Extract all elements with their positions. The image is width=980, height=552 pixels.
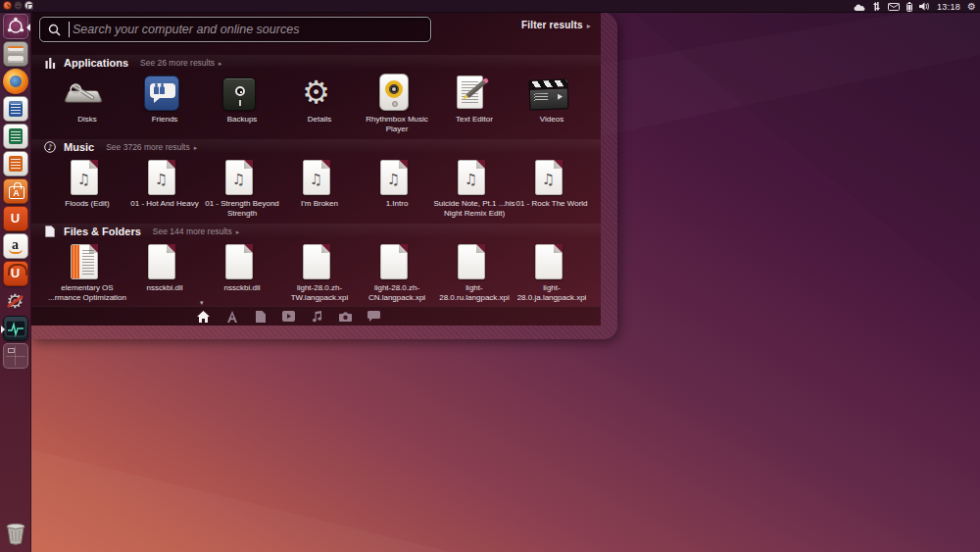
- result-item-music[interactable]: ♫ 1.Intro: [355, 154, 432, 218]
- result-item-friends[interactable]: Friends: [122, 70, 200, 133]
- document-file-icon: [71, 244, 98, 279]
- result-label: 01 - Rock The World: [510, 199, 594, 209]
- music-file-icon: ♫: [458, 160, 485, 195]
- see-more-link[interactable]: See 26 more results▸: [140, 58, 222, 68]
- music-section-header: ♪ Music See 3726 more results▸: [31, 139, 601, 154]
- firefox-launcher-icon[interactable]: [3, 69, 28, 94]
- impress-slide-icon: [9, 156, 23, 172]
- amazon-smile-icon: [9, 249, 23, 254]
- close-button[interactable]: [3, 1, 12, 10]
- files-section-header: Files & Folders See 144 more results▸: [31, 224, 601, 238]
- ubuntu-one-music-launcher-icon[interactable]: U: [3, 261, 28, 286]
- result-item-music[interactable]: ♫ 01 - Strength Beyond Strength: [200, 154, 277, 218]
- result-label: light-28.0.ja.langpack.xpi: [510, 283, 594, 302]
- see-more-label: See 3726 more results: [106, 142, 190, 152]
- ubuntu-logo-icon: [4, 15, 27, 38]
- chevron-right-icon: ▸: [236, 228, 240, 236]
- drawer-icon: [8, 46, 24, 53]
- see-more-label: See 26 more results: [140, 58, 215, 68]
- videos-lens-button[interactable]: [274, 307, 303, 326]
- result-label: 1.Intro: [355, 199, 439, 209]
- music-grid: ♫ Floods (Edit) ♫ 01 - Hot And Heavy ♫ 0…: [31, 154, 601, 218]
- result-item-disks[interactable]: Disks: [45, 70, 122, 133]
- applications-lens-icon: [43, 58, 57, 69]
- libreoffice-writer-launcher-icon[interactable]: [3, 96, 28, 122]
- see-more-link[interactable]: See 144 more results▸: [153, 226, 239, 236]
- result-label: Floods (Edit): [45, 199, 129, 209]
- applications-lens-button[interactable]: [218, 307, 246, 326]
- trash-bin-icon: [3, 521, 28, 546]
- music-file-icon: ♫: [148, 160, 175, 195]
- social-lens-button[interactable]: [360, 307, 388, 326]
- result-item-file[interactable]: light-28.0.zh-CN.langpack.xpi: [355, 238, 432, 302]
- search-icon: [48, 24, 61, 36]
- result-item-music[interactable]: ♫ 01 - Hot And Heavy: [122, 154, 200, 218]
- result-item-backups[interactable]: Backups: [200, 70, 277, 133]
- maximize-button[interactable]: [24, 1, 33, 10]
- result-item-details[interactable]: ⚙ Details: [277, 70, 355, 133]
- files-lens-button[interactable]: [246, 307, 274, 326]
- result-item-music[interactable]: ♫ 01 - Rock The World: [510, 154, 587, 218]
- result-label: elementary OS ...rmance Optimization: [45, 283, 129, 302]
- result-item-text-editor[interactable]: Text Editor: [432, 70, 510, 133]
- result-item-music[interactable]: ♫ Suicide Note, Pt.1 ...his Night Remix …: [432, 154, 510, 218]
- drawer-icon: [8, 56, 24, 63]
- network-arrows-icon[interactable]: [872, 2, 881, 11]
- applications-section-header: Applications See 26 more results▸: [31, 55, 601, 70]
- system-monitor-launcher-icon[interactable]: [3, 316, 28, 341]
- result-item-file[interactable]: nssckbi.dll: [122, 238, 200, 302]
- photos-lens-button[interactable]: [331, 307, 360, 326]
- mail-icon[interactable]: [888, 3, 900, 11]
- software-center-launcher-icon[interactable]: A: [3, 178, 28, 204]
- workspace-switcher-launcher-icon[interactable]: [3, 343, 28, 369]
- cloud-icon[interactable]: [854, 3, 865, 11]
- battery-icon[interactable]: [906, 2, 912, 12]
- backups-icon: [222, 77, 256, 111]
- result-label: light-28.0.ru.langpack.xpi: [432, 283, 516, 302]
- see-more-link[interactable]: See 3726 more results▸: [106, 142, 197, 152]
- plain-file-icon: [380, 244, 408, 279]
- home-lens-button[interactable]: ▾: [189, 307, 218, 326]
- session-gear-icon[interactable]: ⚙: [967, 2, 976, 12]
- chevron-right-icon: ▸: [194, 144, 198, 152]
- filter-results-button[interactable]: Filter results▸: [521, 20, 591, 30]
- result-item-file[interactable]: nssckbi.dll: [200, 238, 277, 302]
- text-editor-icon: [455, 74, 488, 111]
- result-item-videos[interactable]: Videos: [510, 70, 587, 133]
- minimize-button[interactable]: [14, 1, 23, 10]
- libreoffice-impress-launcher-icon[interactable]: [3, 151, 28, 176]
- videos-clapperboard-icon: [528, 78, 568, 111]
- music-lens-button[interactable]: [303, 307, 331, 326]
- dash-home-button[interactable]: [3, 14, 28, 39]
- result-label: Suicide Note, Pt.1 ...his Night Remix Ed…: [432, 199, 516, 218]
- window-controls: [3, 1, 33, 10]
- files-launcher-icon[interactable]: [3, 41, 28, 67]
- system-settings-launcher-icon[interactable]: ⚙: [3, 288, 28, 314]
- ubuntu-one-launcher-icon[interactable]: U: [3, 206, 28, 231]
- result-label: nssckbi.dll: [122, 283, 207, 293]
- amazon-launcher-icon[interactable]: a: [3, 233, 28, 259]
- search-input[interactable]: [70, 19, 430, 40]
- result-item-rhythmbox[interactable]: Rhythmbox Music Player: [355, 70, 432, 133]
- section-title: Files & Folders: [64, 226, 141, 237]
- result-item-file[interactable]: elementary OS ...rmance Optimization: [45, 238, 122, 302]
- waveform-icon: [4, 317, 27, 340]
- details-gear-icon: ⚙: [302, 74, 330, 111]
- clock[interactable]: 13:18: [937, 2, 960, 12]
- section-title: Applications: [64, 57, 128, 69]
- result-item-music[interactable]: ♫ I'm Broken: [277, 154, 355, 218]
- result-label: Rhythmbox Music Player: [355, 115, 439, 133]
- applications-icon: [226, 311, 238, 323]
- trash-launcher-icon[interactable]: [3, 521, 28, 546]
- volume-icon[interactable]: [919, 2, 930, 11]
- dash-overlay: Filter results▸ Applications See 26 more…: [31, 12, 601, 326]
- result-item-file[interactable]: light-28.0.ru.langpack.xpi: [432, 238, 510, 302]
- result-label: Backups: [200, 115, 284, 125]
- disks-icon: [65, 81, 104, 111]
- result-item-music[interactable]: ♫ Floods (Edit): [45, 154, 122, 218]
- search-box[interactable]: [39, 17, 431, 42]
- result-item-file[interactable]: light-28.0.ja.langpack.xpi: [510, 238, 587, 302]
- plain-file-icon: [458, 244, 485, 279]
- result-item-file[interactable]: light-28.0.zh-TW.langpack.xpi: [277, 238, 355, 302]
- libreoffice-calc-launcher-icon[interactable]: [3, 124, 28, 149]
